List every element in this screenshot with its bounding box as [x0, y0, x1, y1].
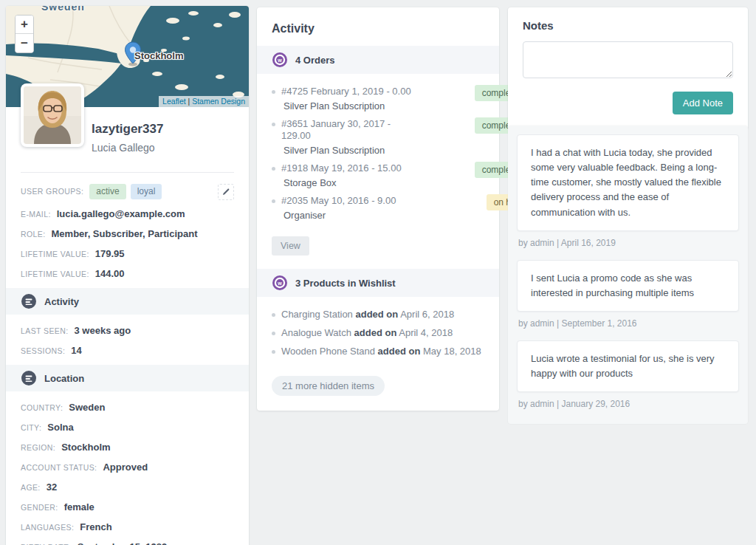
activity-panel: Activity w 4 Orders #4725 February 1, 20… [257, 7, 499, 411]
map-marker-label: Stockholm [134, 50, 183, 61]
note-input[interactable] [523, 41, 733, 78]
order-product: Storage Box [284, 177, 418, 189]
note-meta: by admin | September 1, 2016 [518, 318, 739, 329]
profile-header: lazytiger337 Lucia Gallego [6, 107, 249, 172]
detail-row: E-mail: lucia.gallego@example.com [21, 208, 234, 220]
detail-label: Role: [21, 229, 46, 240]
wishlist-date: April 4, 2018 [399, 327, 453, 338]
detail-row: Country: Sweden [21, 402, 234, 414]
detail-row: Role: Member, Subscriber, Participant [21, 228, 234, 240]
detail-row: Sessions: 14 [21, 345, 234, 357]
leaflet-link[interactable]: Leaflet [162, 97, 186, 106]
orders-block: w 4 Orders #4725 February 1, 2019 - 0.00… [257, 46, 499, 258]
detail-value: 144.00 [95, 268, 125, 279]
wishlist-added-on: added on [378, 346, 421, 357]
order-number-date: #2035 May 10, 2016 - 9.00 [281, 195, 418, 207]
svg-text:w: w [277, 281, 282, 286]
order-product: Organiser [284, 210, 418, 222]
stamen-link[interactable]: Stamen Design [192, 97, 245, 106]
user-group-badge-active: active [89, 184, 126, 199]
wishlist-product: Charging Station [281, 309, 353, 320]
detail-label: Country: [21, 402, 63, 414]
location-section-icon [21, 370, 37, 386]
detail-label: Gender: [21, 502, 58, 513]
attribution-separator: | [186, 97, 193, 106]
detail-value: French [80, 521, 111, 532]
detail-value: 32 [47, 481, 57, 493]
detail-label: Sessions: [21, 346, 65, 357]
wishlist-added-on: added on [355, 309, 398, 320]
wishlist-date: May 18, 2018 [423, 346, 481, 357]
detail-value: Sweden [69, 402, 105, 413]
detail-label: Account status: [21, 462, 97, 473]
order-number-date: #1918 May 19, 2016 - 15.00 [281, 162, 418, 174]
map-zoom-in-button[interactable]: + [16, 16, 33, 34]
note-card: Lucia wrote a testimonial for us, she is… [517, 340, 739, 392]
detail-label: Age: [21, 482, 41, 493]
pencil-icon [221, 188, 230, 196]
section-title: Location [44, 373, 84, 384]
detail-label: Languages: [21, 522, 74, 533]
detail-value: 179.95 [95, 248, 125, 259]
section-header-activity: Activity [6, 288, 249, 315]
detail-row: Last seen: 3 weeks ago [21, 325, 234, 337]
map-zoom-control: + − [15, 15, 34, 53]
username: lazytiger337 [92, 122, 234, 137]
notes-list: I had a chat with Lucia today, she provi… [508, 126, 748, 424]
user-group-badge-loyal: loyal [131, 184, 162, 199]
note-meta: by admin | April 16, 2019 [518, 238, 739, 248]
section-title: Activity [44, 296, 79, 307]
profile-card: Sweden Stockholm + − Leaflet | Stamen De… [6, 6, 249, 545]
detail-row: Lifetime value: 144.00 [21, 268, 234, 280]
order-product: Silver Plan Subscription [284, 100, 418, 112]
order-item: #4725 February 1, 2019 - 0.00 Silver Pla… [272, 86, 484, 112]
wishlist-header: w 3 Products in Wishlist [257, 269, 499, 297]
woocommerce-icon: w [272, 52, 288, 68]
detail-value: Approved [103, 462, 148, 473]
detail-row: Languages: French [21, 521, 234, 533]
detail-value: lucia.gallego@example.com [57, 208, 185, 219]
profile-details: User groups: active loyal E-mail: lucia.… [6, 173, 249, 545]
avatar [21, 83, 84, 147]
order-item: #2035 May 10, 2016 - 9.00 Organiser on h… [272, 195, 484, 222]
detail-row: Lifetime value: 179.95 [21, 248, 234, 260]
map-attribution: Leaflet | Stamen Design [159, 96, 249, 107]
detail-label: Lifetime value: [21, 249, 89, 260]
note-text: I sent Lucia a promo code as she was int… [531, 271, 725, 301]
wishlist-header-label: 3 Products in Wishlist [295, 278, 396, 289]
woocommerce-icon: w [272, 275, 288, 291]
activity-section-icon [21, 293, 37, 309]
section-header-location: Location [6, 365, 249, 391]
orders-header: w 4 Orders [257, 46, 499, 74]
wishlist-product: Wooden Phone Stand [281, 346, 375, 357]
detail-value: Member, Subscriber, Participant [52, 228, 198, 239]
orders-list: #4725 February 1, 2019 - 0.00 Silver Pla… [257, 74, 499, 222]
note-text: Lucia wrote a testimonial for us, she is… [531, 352, 725, 381]
wishlist-item: Wooden Phone Stand added on May 18, 2018 [272, 346, 484, 357]
note-card: I sent Lucia a promo code as she was int… [517, 260, 739, 312]
order-item: #1918 May 19, 2016 - 15.00 Storage Box c… [272, 162, 484, 189]
order-product: Silver Plan Subscription [284, 145, 418, 157]
notes-panel-title: Notes [523, 19, 733, 32]
edit-user-groups-button[interactable] [218, 184, 234, 200]
note-text: I had a chat with Lucia today, she provi… [531, 145, 725, 220]
map-region-label: Sweden [41, 6, 85, 13]
svg-text:w: w [277, 58, 282, 63]
add-note-button[interactable]: Add Note [673, 92, 733, 114]
view-orders-button[interactable]: View [272, 236, 309, 256]
wishlist-added-on: added on [354, 327, 397, 338]
detail-row: Gender: female [21, 501, 234, 513]
notes-panel: Notes Add Note [508, 7, 748, 129]
user-groups-label: User groups: [21, 186, 83, 197]
detail-row: Account status: Approved [21, 462, 234, 473]
detail-row: City: Solna [21, 422, 234, 433]
detail-value: September 15, 1983 [78, 541, 167, 545]
wishlist-item: Analogue Watch added on April 4, 2018 [272, 327, 484, 339]
detail-value: 14 [71, 345, 81, 356]
wishlist-date: April 6, 2018 [400, 309, 454, 320]
detail-label: Last seen: [21, 326, 69, 337]
hidden-items-pill[interactable]: 21 more hidden items [272, 376, 385, 396]
detail-value: 3 weeks ago [75, 325, 131, 336]
detail-value: Stockholm [61, 442, 110, 453]
map-zoom-out-button[interactable]: − [16, 34, 33, 52]
